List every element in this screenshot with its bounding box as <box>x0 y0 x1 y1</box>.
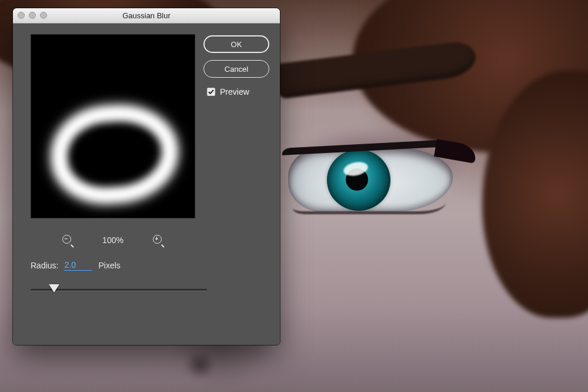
gaussian-blur-dialog: Gaussian Blur − 100% + Radius: Pixels OK <box>13 8 280 345</box>
window-close-icon[interactable] <box>18 12 25 19</box>
dialog-titlebar[interactable]: Gaussian Blur <box>13 8 280 24</box>
preview-checkbox[interactable]: Preview <box>203 87 269 97</box>
dialog-title: Gaussian Blur <box>122 11 171 20</box>
photo-nostril <box>182 353 218 377</box>
zoom-in-icon[interactable]: + <box>153 235 163 245</box>
radius-input[interactable] <box>64 260 92 271</box>
radius-unit: Pixels <box>98 261 120 270</box>
filter-preview[interactable] <box>31 34 195 218</box>
window-controls <box>18 12 47 19</box>
zoom-level: 100% <box>99 235 127 245</box>
window-minimize-icon[interactable] <box>29 12 36 19</box>
cancel-button[interactable]: Cancel <box>203 60 269 78</box>
preview-checkbox-label: Preview <box>220 87 249 97</box>
photo-eye <box>288 147 453 212</box>
zoom-out-icon[interactable]: − <box>62 235 73 245</box>
slider-thumb[interactable] <box>49 284 59 293</box>
ok-button[interactable]: OK <box>203 35 269 53</box>
cancel-button-label: Cancel <box>225 65 248 74</box>
ok-button-label: OK <box>231 40 242 49</box>
radius-label: Radius: <box>31 261 58 270</box>
checkbox-icon <box>207 88 215 96</box>
window-zoom-icon[interactable] <box>40 12 47 19</box>
radius-slider[interactable] <box>31 284 207 295</box>
